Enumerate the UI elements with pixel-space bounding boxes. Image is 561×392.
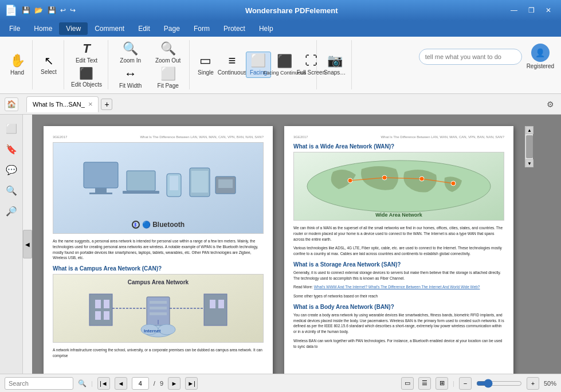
add-tab-button[interactable]: + <box>101 99 112 110</box>
title-bar: 📄 💾 📂 💾 ↩ ↪ Wondershare PDFelement — ❒ ✕ <box>0 0 561 21</box>
hand-label: Hand <box>10 69 24 76</box>
sidebar-bookmarks-button[interactable]: 🔖 <box>2 140 21 158</box>
ribbon: ✋ Hand ↖ Select T Edit Text ⬛ Edit Objec… <box>0 37 561 94</box>
status-search-input[interactable] <box>5 377 73 390</box>
scroll-thumb[interactable] <box>526 135 533 158</box>
continuous-label: Continuous <box>218 69 247 76</box>
menu-edit[interactable]: Edit <box>131 22 157 35</box>
nav-last-button[interactable]: ►| <box>185 377 198 390</box>
full-screen-icon: ⛶ <box>305 53 317 68</box>
facing-continuous-button[interactable]: ⬛ Facing Continuous <box>272 53 297 77</box>
scroll-track: ▲ ▼ <box>525 126 533 167</box>
maximize-button[interactable]: ❒ <box>523 5 539 16</box>
wan-area-label: Wide Area Network <box>375 212 422 218</box>
ribbon-search-input[interactable] <box>419 49 522 65</box>
nav-first-button[interactable]: |◄ <box>97 377 110 390</box>
view-grid-button[interactable]: ⊞ <box>436 377 448 390</box>
menu-view[interactable]: View <box>59 22 88 35</box>
nav-prev-button[interactable]: ◄ <box>115 377 127 390</box>
quick-access-icons: 💾 📂 💾 ↩ ↪ <box>21 6 77 14</box>
scroll-down-button[interactable]: ▼ <box>525 159 533 167</box>
menu-page[interactable]: Page <box>157 22 187 35</box>
continuous-button[interactable]: ≡ Continuous <box>219 52 245 77</box>
hand-icon: ✋ <box>10 53 25 68</box>
minimize-button[interactable]: — <box>506 5 522 16</box>
home-tab-button[interactable]: 🏠 <box>5 97 18 111</box>
tab-area: What Is Th...SAN_ × + <box>26 96 540 112</box>
page-number-input[interactable]: 4 <box>132 377 149 390</box>
status-bar: 🔍 | |◄ ◄ 4 / 9 ► ►| ▭ ☰ ⊞ | − + 50% <box>0 374 561 392</box>
zoom-slider[interactable] <box>476 379 522 388</box>
menu-help[interactable]: Help <box>252 22 280 35</box>
snapshot-icon: 📷 <box>327 53 343 68</box>
select-button[interactable]: ↖ Select <box>36 40 61 89</box>
doc-tab-close[interactable]: × <box>88 100 93 108</box>
ribbon-group-view-modes: ▭ Single ≡ Continuous ⬜ Facing ⬛ Facing … <box>191 40 317 89</box>
menu-home[interactable]: Home <box>27 22 59 35</box>
sidebar-find-button[interactable]: 🔎 <box>2 202 21 220</box>
sidebar-search-button[interactable]: 🔍 <box>2 181 21 199</box>
single-button[interactable]: ▭ Single <box>193 52 218 77</box>
zoom-in-button[interactable]: 🔍 Zoom In <box>112 40 150 65</box>
page-right-text5: You can create a body area network by us… <box>293 312 504 335</box>
view-single-button[interactable]: ▭ <box>401 377 414 390</box>
menu-protect[interactable]: Protect <box>217 22 252 35</box>
user-avatar-area[interactable]: 👤 Registered <box>527 44 554 69</box>
window-controls: — ❒ ✕ <box>506 5 556 16</box>
redo-icon[interactable]: ↪ <box>70 6 76 14</box>
hand-button[interactable]: ✋ Hand <box>5 40 30 89</box>
sidebar-comments-button[interactable]: 💬 <box>2 160 21 179</box>
fit-page-label: Fit Page <box>158 83 179 89</box>
open-icon[interactable]: 📂 <box>34 6 43 14</box>
zoom-out-status-button[interactable]: − <box>459 377 472 390</box>
new-icon[interactable]: 💾 <box>22 6 30 14</box>
menu-form[interactable]: Form <box>187 22 217 35</box>
menu-comment[interactable]: Comment <box>88 22 131 35</box>
zoom-out-button[interactable]: 🔍 Zoom Out <box>149 40 187 65</box>
fit-width-button[interactable]: ↔ Fit Width <box>112 65 150 91</box>
edit-text-button[interactable]: T Edit Text <box>72 40 101 65</box>
sidebar-collapse-button[interactable]: ◀ <box>23 230 32 258</box>
single-icon: ▭ <box>199 53 211 68</box>
page-left-text2: A network infrastructure covering the sc… <box>53 347 264 359</box>
page-left-text1: As the name suggests, a personal area ne… <box>53 238 264 261</box>
scroll-up-button[interactable]: ▲ <box>525 126 533 134</box>
ribbon-search-area: 👤 Registered <box>353 40 559 73</box>
nav-separator-left: | <box>91 380 93 387</box>
page-right-header-text: What Is The Difference Between LAN, WAN,… <box>380 135 504 139</box>
svg-rect-2 <box>89 193 112 194</box>
save-icon[interactable]: 💾 <box>48 6 56 14</box>
select-icon: ↖ <box>44 54 54 68</box>
doc-tab-label: What Is Th...SAN_ <box>33 101 85 108</box>
svg-rect-3 <box>127 171 155 191</box>
page-right-section1: What is a Wide Area Network (WAN)? <box>293 143 504 150</box>
read-more-link[interactable]: What's WWW And The Internet? What's The … <box>314 285 480 289</box>
zoom-in-status-button[interactable]: + <box>527 377 539 390</box>
doc-tab-active[interactable]: What Is Th...SAN_ × <box>26 96 99 112</box>
svg-rect-12 <box>95 300 101 308</box>
bluetooth-label: ᛒ 🔵 Bluetooth <box>132 221 185 229</box>
svg-text:Internet: Internet <box>144 328 161 334</box>
svg-rect-6 <box>170 176 178 190</box>
settings-icon[interactable]: ⚙ <box>544 98 556 111</box>
nav-next-button[interactable]: ► <box>168 377 181 390</box>
close-button[interactable]: ✕ <box>540 5 556 16</box>
bluetooth-graphic: ᛒ 🔵 Bluetooth <box>53 143 263 233</box>
snapshot-button[interactable]: 📷 Snaps… <box>320 40 349 89</box>
wan-svg <box>299 155 499 218</box>
undo-icon[interactable]: ↩ <box>60 6 66 14</box>
svg-rect-11 <box>89 294 112 326</box>
zoom-out-icon: 🔍 <box>160 41 176 56</box>
fit-width-label: Fit Width <box>119 83 142 89</box>
svg-rect-18 <box>218 300 224 308</box>
edit-objects-button[interactable]: ⬛ Edit Objects <box>68 65 105 89</box>
search-status-icon: 🔍 <box>78 379 87 387</box>
menu-file[interactable]: File <box>2 22 27 35</box>
ribbon-group-edit: T Edit Text ⬛ Edit Objects <box>65 40 108 89</box>
bluetooth-image: ᛒ 🔵 Bluetooth <box>53 142 264 234</box>
page-right-section3: What is a Body Area Network (BAN)? <box>293 304 504 310</box>
fit-page-button[interactable]: ⬜ Fit Page <box>149 65 187 91</box>
view-continuous-button[interactable]: ☰ <box>418 377 431 390</box>
sidebar-thumbnails-button[interactable]: ⬜ <box>2 119 21 138</box>
read-more-prefix: Read More: <box>293 285 314 289</box>
